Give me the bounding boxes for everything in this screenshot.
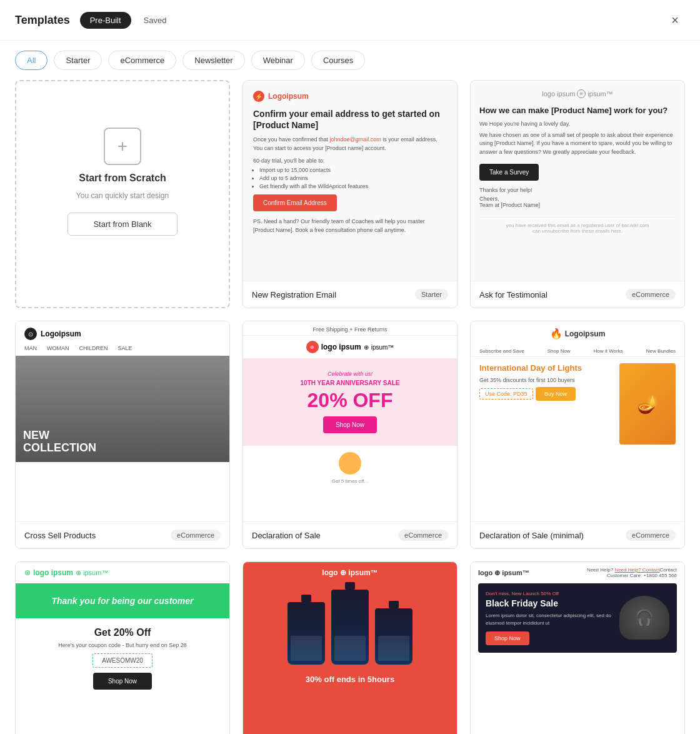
perf-bottle-1	[288, 602, 325, 665]
cross-header: ⊙ Logoipsum MAN WOMAN CHILDREN SALE	[16, 321, 229, 356]
card-tag: eCommerce	[171, 530, 221, 541]
card-name-label: Declaration of Sale	[252, 531, 321, 540]
template-card-black-friday[interactable]: logo ⊕ ipsum™ Need Help? Need Help? Cont…	[470, 561, 685, 734]
decl-bottom-text: Get 5 times off...	[252, 478, 448, 484]
reg-logo: Logoipsum	[253, 91, 447, 102]
thankyou-sub: Here's your coupon code - But hurry end …	[24, 642, 221, 648]
card-preview-black-friday: logo ⊕ ipsum™ Need Help? Need Help? Cont…	[471, 562, 684, 734]
feature-item: Get friendly with all the WildApricot fe…	[259, 183, 447, 189]
bf-contact-link[interactable]: Need Help? Contact	[614, 567, 659, 573]
card-tag: eCommerce	[626, 289, 676, 300]
reg-body: Once you have confirmed that johndoe@gma…	[253, 136, 447, 153]
close-button[interactable]: ×	[665, 10, 685, 30]
thankyou-banner-text: Thank you for being our customer	[24, 596, 221, 606]
testi-sign: Thanks for your help! Cheers, Team at [P…	[479, 187, 676, 208]
perf-text: 30% off ends in 5hours	[243, 671, 457, 690]
bf-logo-left: logo ⊕ ipsum™	[478, 569, 529, 577]
card-footer-declaration-sale: Declaration of Sale eCommerce	[243, 521, 457, 548]
card-name-label: Declaration of Sale (minimal)	[479, 531, 584, 540]
template-card-thank-you[interactable]: ⊕ logo ipsum ⊕ ipsum™ Thank you for bein…	[15, 561, 230, 734]
tab-saved[interactable]: Saved	[134, 12, 177, 29]
template-card-scratch[interactable]: + Start from Scratch You can quickly sta…	[15, 80, 230, 308]
scratch-start-button[interactable]: Start from Blank	[68, 213, 177, 236]
bf-logo-text: logo ⊕ ipsum™	[478, 569, 529, 577]
filter-ecommerce[interactable]: eCommerce	[108, 51, 176, 70]
card-preview-cross-sell: ⊙ Logoipsum MAN WOMAN CHILDREN SALE NEWC…	[16, 321, 229, 521]
cross-nav-item: SALE	[118, 345, 132, 351]
template-card-new-registration[interactable]: Logoipsum Confirm your email address to …	[242, 80, 458, 308]
decl-bottom: Get 5 times off...	[243, 446, 457, 490]
reg-logo-text: Logoipsum	[268, 92, 309, 101]
filter-webinar[interactable]: Webinar	[251, 51, 305, 70]
decl-min-lamp-image: 🪔	[619, 363, 676, 445]
bf-shop-button[interactable]: Shop Now	[486, 631, 529, 645]
decl-min-content: International Day of Lights Get 35% disc…	[471, 357, 684, 451]
cross-nav-item: MAN	[24, 345, 37, 351]
card-tag: eCommerce	[626, 530, 676, 541]
testi-survey-button[interactable]: Take a Survey	[479, 164, 539, 181]
decl-min-code: Use Code: PD35	[479, 388, 533, 400]
thankyou-logo: ⊕ logo ipsum ⊕ ipsum™	[16, 562, 229, 583]
logo-suffix: ipsum™	[588, 90, 612, 98]
template-card-declaration-minimal[interactable]: 🔥 Logoipsum Subscribe and Save Shop Now …	[470, 321, 685, 549]
decl-logo-icon: ⊕	[306, 341, 319, 353]
testi-footer: you have received this email as a regist…	[479, 217, 676, 234]
decl-min-logo: 🔥 Logoipsum	[471, 321, 684, 346]
decl-logo-text: logo ipsum	[321, 343, 361, 351]
logoipsum-icon	[253, 91, 264, 102]
logo-globe: logo ipsum ⊕ ipsum™	[542, 89, 613, 98]
decl-min-logo-text: Logoipsum	[565, 329, 606, 338]
testi-greeting: We Hope you're having a lovely day. We h…	[479, 120, 676, 156]
template-card-declaration-sale[interactable]: Free Shipping + Free Returns ⊕ logo ipsu…	[242, 321, 458, 549]
card-tag: eCommerce	[398, 530, 448, 541]
template-card-testimonial[interactable]: logo ipsum ⊕ ipsum™ How we can make [Pro…	[470, 80, 685, 308]
cross-nav: MAN WOMAN CHILDREN SALE	[24, 345, 221, 356]
card-preview-perfume: logo ⊕ ipsum™ 30% off ends in 5hours	[243, 562, 457, 734]
decl-pink-section: Celebrate with us! 10TH YEAR ANNIVERSARY…	[243, 358, 457, 446]
card-tag: Starter	[415, 289, 448, 300]
card-preview-thank-you: ⊕ logo ipsum ⊕ ipsum™ Thank you for bein…	[16, 562, 229, 734]
reg-ps: PS. Need a hand? Our friendly team of Co…	[253, 218, 447, 234]
filter-all[interactable]: All	[15, 51, 48, 70]
thankyou-shop-button[interactable]: Shop Now	[93, 673, 152, 690]
template-card-cross-sell[interactable]: ⊙ Logoipsum MAN WOMAN CHILDREN SALE NEWC…	[15, 321, 230, 549]
thankyou-banner: Thank you for being our customer	[16, 583, 229, 618]
tab-prebuilt[interactable]: Pre-Built	[80, 12, 131, 29]
reg-features: Import up to 15,000 contacts Add up to 5…	[253, 167, 447, 189]
reg-cta-button[interactable]: Confirm Email Address	[253, 194, 337, 211]
bf-banner-text: Don't miss, New Launch 50% Off Black Fri…	[486, 591, 613, 645]
cross-nav-item: CHILDREN	[79, 345, 108, 351]
decl-min-text: International Day of Lights Get 35% disc…	[479, 363, 613, 445]
plus-icon: +	[104, 128, 141, 165]
perf-bottle-2	[331, 590, 369, 665]
card-preview-testimonial: logo ipsum ⊕ ipsum™ How we can make [Pro…	[471, 81, 684, 281]
perf-logo-text: logo ⊕ ipsum™	[322, 568, 378, 577]
decl-shop-button[interactable]: Shop Now	[323, 416, 377, 433]
filter-starter[interactable]: Starter	[54, 51, 102, 70]
reg-trial-label: 60-day trial, you'll be able to:	[253, 158, 447, 164]
perf-bottle-3	[375, 608, 412, 665]
feature-item: Import up to 15,000 contacts	[259, 167, 447, 173]
cross-logo-row: ⊙ Logoipsum	[24, 328, 221, 340]
decl-min-button[interactable]: Buy Now	[536, 387, 576, 401]
perf-bottle-label	[291, 636, 322, 661]
perf-bottle-label	[334, 636, 366, 661]
globe-icon: ⊕	[577, 89, 586, 98]
decl-avatar	[339, 452, 361, 475]
card-name-label: Ask for Testimonial	[479, 290, 548, 299]
header-left: Templates Pre-Built Saved	[15, 12, 176, 29]
scratch-title: Start from Scratch	[79, 173, 166, 184]
cross-banner-image: NEWCOLLECTION	[16, 356, 229, 462]
template-card-perfume[interactable]: logo ⊕ ipsum™ 30% off ends in 5hours	[242, 561, 458, 734]
bf-banner-sub: Lorem ipsum dolor sit, consectetur adipi…	[486, 612, 613, 626]
decl-min-nav: Subscribe and Save Shop Now How it Works…	[471, 346, 684, 357]
card-footer-new-registration: New Registration Email Starter	[243, 281, 457, 308]
filter-newsletter[interactable]: Newsletter	[182, 51, 244, 70]
thankyou-body: Get 20% Off Here's your coupon code - Bu…	[16, 618, 229, 698]
page-title: Templates	[15, 14, 70, 27]
decl-percent: 20% OFF	[252, 390, 448, 410]
tab-group: Pre-Built Saved	[80, 12, 177, 29]
card-footer-cross-sell: Cross Sell Products eCommerce	[16, 521, 229, 548]
filter-courses[interactable]: Courses	[311, 51, 365, 70]
decl-min-title: International Day of Lights	[479, 363, 613, 373]
